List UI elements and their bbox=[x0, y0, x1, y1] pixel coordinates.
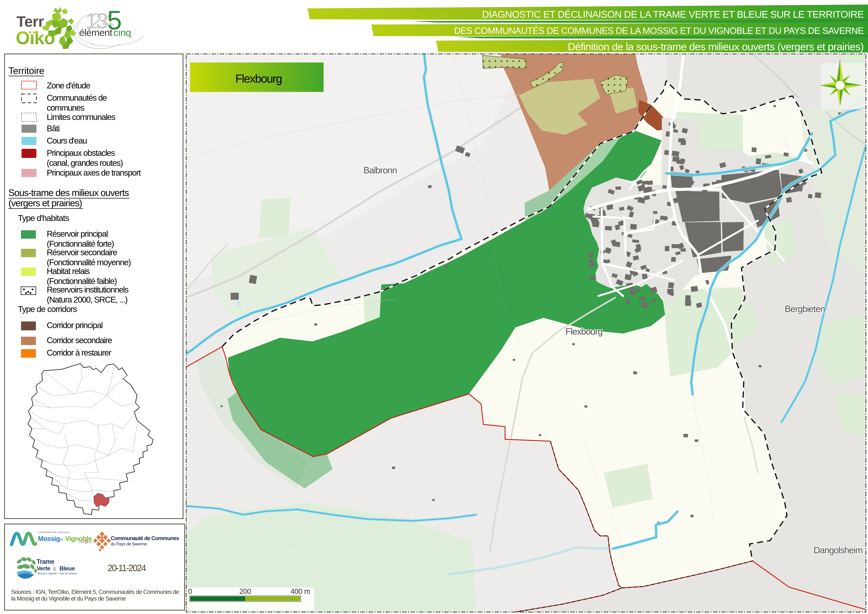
svg-text:ce: ce bbox=[88, 540, 92, 544]
svg-text:Habitat relais: Habitat relais bbox=[47, 266, 90, 276]
svg-text:Principaux axes de transport: Principaux axes de transport bbox=[47, 168, 141, 177]
svg-text:Dangolsheim: Dangolsheim bbox=[814, 545, 862, 555]
svg-text:Définition de la sous-trame de: Définition de la sous-trame des milieux … bbox=[568, 41, 863, 53]
svg-text:Mossig et Vignoble – Pays de S: Mossig et Vignoble – Pays de Saverne bbox=[38, 572, 77, 575]
svg-text:Trame: Trame bbox=[37, 558, 54, 565]
svg-text:Verte: Verte bbox=[37, 565, 50, 572]
svg-text:Limites communales: Limites communales bbox=[47, 112, 115, 122]
svg-text:Réservoir secondaire: Réservoir secondaire bbox=[47, 248, 117, 257]
svg-text:Type de corridors: Type de corridors bbox=[18, 305, 77, 314]
svg-text:Territoire: Territoire bbox=[8, 65, 44, 76]
svg-text:&: & bbox=[53, 566, 56, 572]
svg-text:400 m: 400 m bbox=[290, 587, 310, 595]
svg-text:(vergers et prairies): (vergers et prairies) bbox=[8, 197, 82, 208]
svg-text:et: et bbox=[59, 537, 64, 542]
svg-text:Terr: Terr bbox=[17, 13, 44, 30]
svg-text:Zone d'étude: Zone d'étude bbox=[47, 81, 90, 90]
svg-text:cınq: cınq bbox=[113, 27, 131, 38]
svg-text:Corridor secondaire: Corridor secondaire bbox=[47, 336, 112, 345]
svg-text:Bergbieten: Bergbieten bbox=[785, 304, 825, 314]
svg-text:DES COMMUNAUTÉS DE COMMUNES DE: DES COMMUNAUTÉS DE COMMUNES DE LA MOSSIG… bbox=[454, 26, 863, 36]
svg-text:(Fonctionnalité faible): (Fonctionnalité faible) bbox=[47, 277, 117, 286]
svg-text:communes: communes bbox=[47, 103, 85, 112]
svg-text:Bleue: Bleue bbox=[59, 565, 75, 572]
svg-text:la Mossig et du Vignoble et du: la Mossig et du Vignoble et du Pays de S… bbox=[11, 595, 126, 602]
svg-text:(Fonctionnalité moyenne): (Fonctionnalité moyenne) bbox=[47, 258, 131, 267]
svg-text:Flexbourg: Flexbourg bbox=[236, 72, 282, 85]
svg-text:(Fonctionnalité forte): (Fonctionnalité forte) bbox=[47, 239, 114, 249]
svg-text:Réservoir principal: Réservoir principal bbox=[47, 229, 108, 238]
svg-text:Corridor à restaurer: Corridor à restaurer bbox=[47, 348, 111, 358]
svg-text:Communauté de Communes: Communauté de Communes bbox=[111, 535, 179, 541]
svg-text:200: 200 bbox=[239, 587, 251, 595]
svg-text:0: 0 bbox=[188, 587, 192, 595]
svg-text:Sources : IGN, TerrOïko, Eléme: Sources : IGN, TerrOïko, Elément 5, Comm… bbox=[11, 588, 179, 595]
svg-text:Reservoirs institutionnels: Reservoirs institutionnels bbox=[47, 285, 129, 294]
svg-text:Principaux obstacles: Principaux obstacles bbox=[47, 148, 115, 158]
svg-text:Sous-trame des milieux ouverts: Sous-trame des milieux ouverts bbox=[8, 187, 129, 198]
svg-text:Bâti: Bâti bbox=[47, 124, 59, 133]
svg-text:Als: Als bbox=[79, 540, 84, 544]
svg-text:élément: élément bbox=[79, 27, 113, 38]
svg-text:Balbronn: Balbronn bbox=[363, 165, 397, 175]
svg-text:(Natura 2000, SRCE, ...): (Natura 2000, SRCE, ...) bbox=[47, 295, 127, 304]
svg-text:Corridor principal: Corridor principal bbox=[47, 320, 102, 330]
svg-text:(canal, grandes routes): (canal, grandes routes) bbox=[47, 158, 122, 168]
svg-text:communauté de communes: communauté de communes bbox=[38, 531, 70, 533]
svg-text:du Pays de Saverne: du Pays de Saverne bbox=[111, 541, 147, 546]
svg-text:DIAGNOSTIC ET DÉCLINAISON DE L: DIAGNOSTIC ET DÉCLINAISON DE LA TRAME VE… bbox=[482, 9, 863, 20]
svg-text:Type d'habitats: Type d'habitats bbox=[18, 213, 69, 223]
svg-text:20-11-2024: 20-11-2024 bbox=[107, 563, 146, 573]
svg-text:Cours d'eau: Cours d'eau bbox=[47, 136, 87, 145]
svg-text:Mossig: Mossig bbox=[38, 535, 60, 542]
svg-text:Vignoble: Vignoble bbox=[65, 535, 92, 542]
svg-text:Communautés de: Communautés de bbox=[47, 93, 107, 103]
svg-text:Flexbourg: Flexbourg bbox=[566, 326, 602, 336]
